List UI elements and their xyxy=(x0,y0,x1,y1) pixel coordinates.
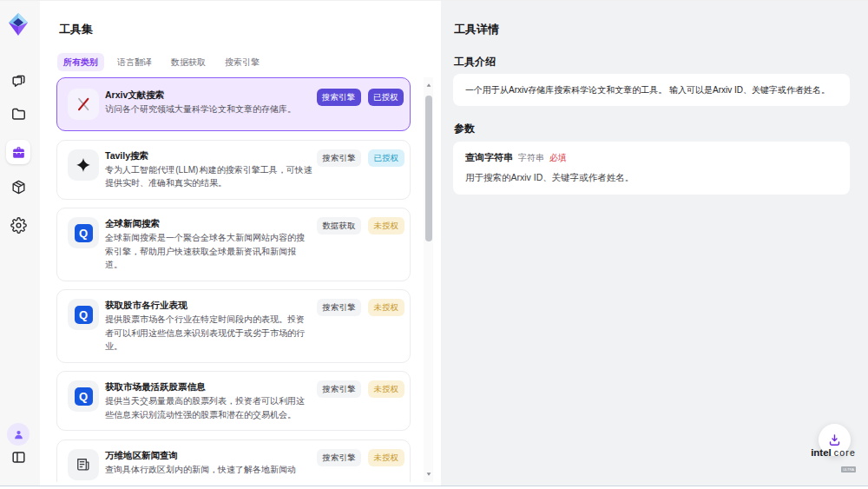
param-required-badge: 必填 xyxy=(549,152,567,163)
sidebar-item-folder[interactable] xyxy=(6,102,30,126)
intro-text: 一个用于从Arxiv存储库搜索科学论文和文章的工具。 输入可以是Arxiv ID… xyxy=(465,85,830,95)
category-badge: 搜索引擎 xyxy=(317,380,361,398)
gear-icon xyxy=(10,217,27,234)
intro-card: 一个用于从Arxiv存储库搜索科学论文和文章的工具。 输入可以是Arxiv ID… xyxy=(453,74,850,106)
tool-card-2[interactable]: Q全球新闻搜索全球新闻搜索是一个聚合全球各大新闻网站内容的搜索引擎，帮助用户快速… xyxy=(56,208,411,281)
tool-card-0[interactable]: Arxiv文献搜索访问各个研究领域大量科学论文和文章的存储库。搜索引擎已授权 xyxy=(56,77,411,131)
param-type: 字符串 xyxy=(518,152,544,163)
tool-card-5[interactable]: 万维地区新闻查询查询具体行政区划内的新闻，快速了解各地新闻动搜索引擎未授权 xyxy=(56,439,411,483)
news-q-logo-icon: Q xyxy=(68,217,99,248)
tool-card-1[interactable]: Tavily搜索专为人工智能代理 (LLM) 构建的搜索引擎工具，可快速提供实时… xyxy=(56,140,411,200)
window-bottom-edge xyxy=(0,486,868,489)
brand-intel: intel xyxy=(811,447,832,458)
tool-card-4[interactable]: Q获取市场最活跃股票信息提供当天交易量最高的股票列表，投资者可以利用这些信息来识… xyxy=(56,371,411,431)
sidebar-item-toolbox[interactable] xyxy=(6,140,30,164)
panel-toggle-icon[interactable] xyxy=(6,445,30,469)
category-badge: 搜索引擎 xyxy=(317,149,361,167)
sidebar-item-box[interactable] xyxy=(6,175,30,199)
param-description: 用于搜索的Arxiv ID、关键字或作者姓名。 xyxy=(465,171,838,184)
tab-2[interactable]: 数据获取 xyxy=(165,53,212,71)
list-scrollbar[interactable] xyxy=(424,77,433,482)
auth-badge: 未授权 xyxy=(368,380,404,398)
tool-description: 提供股票市场各个行业在特定时间段内的表现。投资者可以利用这些信息来识别表现优于或… xyxy=(105,313,312,354)
badges: 搜索引擎未授权 xyxy=(317,299,404,316)
badges: 搜索引擎未授权 xyxy=(317,380,404,398)
auth-badge: 未授权 xyxy=(368,449,404,466)
app-window: 工具集 所有类别语言翻译数据获取搜索引擎 Arxiv文献搜索访问各个研究领域大量… xyxy=(0,0,868,486)
tavily-star-icon xyxy=(68,149,99,181)
scroll-down-icon[interactable] xyxy=(426,472,431,477)
param-card: 查询字符串 字符串 必填 用于搜索的Arxiv ID、关键字或作者姓名。 xyxy=(453,142,850,195)
sidebar-item-chat[interactable] xyxy=(6,69,30,94)
intel-core-logo: intel core ULTRA xyxy=(800,447,856,474)
sidebar xyxy=(0,1,40,486)
tab-1[interactable]: 语言翻译 xyxy=(111,53,158,71)
tool-card-3[interactable]: Q获取股市各行业表现提供股票市场各个行业在特定时间段内的表现。投资者可以利用这些… xyxy=(56,289,411,363)
auth-badge: 未授权 xyxy=(368,299,404,316)
scrollbar-thumb[interactable] xyxy=(425,96,432,241)
scroll-up-icon[interactable] xyxy=(426,83,431,88)
tool-description: 全球新闻搜索是一个聚合全球各大新闻网站内容的搜索引擎，帮助用户快速获取全球最新资… xyxy=(105,231,312,272)
category-badge: 搜索引擎 xyxy=(317,449,361,466)
brand-core: core xyxy=(834,447,856,458)
tab-0[interactable]: 所有类别 xyxy=(57,53,104,71)
badges: 搜索引擎未授权 xyxy=(317,449,404,466)
tool-description: 专为人工智能代理 (LLM) 构建的搜索引擎工具，可快速提供实时、准确和真实的结… xyxy=(105,163,312,190)
auth-badge: 已授权 xyxy=(368,89,404,106)
user-avatar[interactable] xyxy=(7,423,30,446)
tab-3[interactable]: 搜索引擎 xyxy=(219,53,266,71)
badges: 数据获取未授权 xyxy=(317,217,404,235)
badges: 搜索引擎已授权 xyxy=(317,149,404,167)
folder-icon xyxy=(10,106,27,122)
arxiv-logo-icon xyxy=(68,89,99,120)
newspaper-icon xyxy=(68,449,99,480)
auth-badge: 未授权 xyxy=(368,217,404,235)
news-q-logo-icon: Q xyxy=(68,380,99,412)
tool-description: 提供当天交易量最高的股票列表，投资者可以利用这些信息来识别流动性强的股票和潜在的… xyxy=(105,394,312,421)
category-badge: 搜索引擎 xyxy=(317,89,361,106)
download-icon xyxy=(827,433,842,447)
chat-icon xyxy=(10,74,27,90)
category-tabs: 所有类别语言翻译数据获取搜索引擎 xyxy=(57,53,266,71)
auth-badge: 已授权 xyxy=(368,149,404,167)
news-q-logo-icon: Q xyxy=(68,299,99,330)
page-title: 工具集 xyxy=(59,22,93,37)
detail-title: 工具详情 xyxy=(454,23,850,36)
intro-heading: 工具介绍 xyxy=(454,56,850,68)
tools-list-panel: 工具集 所有类别语言翻译数据获取搜索引擎 Arxiv文献搜索访问各个研究领域大量… xyxy=(40,1,441,486)
sidebar-item-settings[interactable] xyxy=(6,213,30,237)
toolbox-icon xyxy=(10,144,27,161)
params-heading: 参数 xyxy=(454,123,850,135)
tool-detail-panel: 工具详情 工具介绍 一个用于从Arxiv存储库搜索科学论文和文章的工具。 输入可… xyxy=(441,1,868,486)
tool-description: 查询具体行政区划内的新闻，快速了解各地新闻动 xyxy=(105,463,312,477)
app-logo-icon[interactable] xyxy=(5,11,31,37)
tool-description: 访问各个研究领域大量科学论文和文章的存储库。 xyxy=(105,102,312,116)
category-badge: 搜索引擎 xyxy=(317,299,361,316)
category-badge: 数据获取 xyxy=(317,217,361,235)
box-icon xyxy=(10,179,27,195)
tools-list: Arxiv文献搜索访问各个研究领域大量科学论文和文章的存储库。搜索引擎已授权Ta… xyxy=(56,77,411,482)
badges: 搜索引擎已授权 xyxy=(317,89,404,106)
brand-badge: ULTRA xyxy=(841,466,856,472)
param-name: 查询字符串 xyxy=(465,152,513,163)
